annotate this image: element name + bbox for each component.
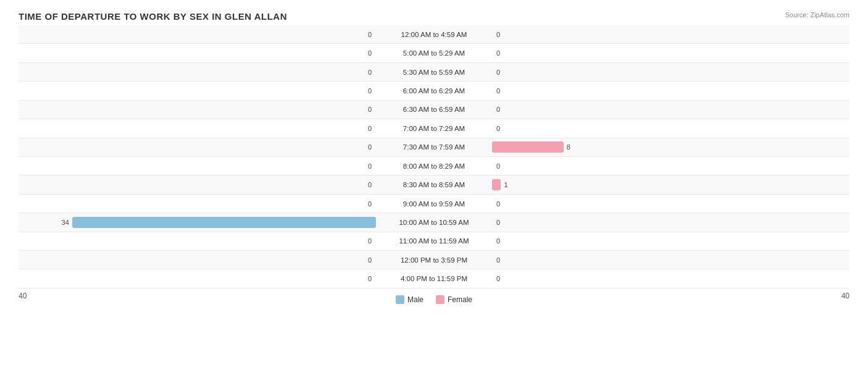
bar-wrapper: 0 7:00 AM to 7:29 AM 0 [19,119,849,137]
time-label: 6:30 AM to 6:59 AM [403,106,465,113]
left-side: 34 [19,213,378,231]
bar-male [375,85,376,96]
value-male: 34 [59,219,69,226]
axis-right-label: 40 [841,292,849,304]
bar-female [492,255,493,266]
value-female: 0 [496,200,506,208]
bar-female [492,48,493,59]
bar-male [375,48,376,59]
value-male: 0 [362,200,372,208]
time-label: 7:30 AM to 7:59 AM [403,143,465,151]
time-label: 12:00 PM to 3:59 PM [401,256,467,264]
bar-male [375,179,376,190]
left-side: 0 [19,251,378,269]
left-side: 0 [19,157,378,175]
value-female: 1 [504,181,514,188]
right-side: 0 [490,195,849,213]
chart-row: 0 12:00 AM to 4:59 AM 0 [19,25,849,44]
left-side: 0 [19,25,378,43]
right-side: 0 [490,269,849,287]
chart-area: 0 12:00 AM to 4:59 AM 0 0 5:00 AM to 5:2… [19,25,849,307]
value-female: 0 [496,31,506,38]
right-side: 8 [490,138,849,156]
chart-row: 0 6:00 AM to 6:29 AM 0 [19,82,849,100]
right-side: 0 [490,101,849,119]
bar-wrapper: 0 6:00 AM to 6:29 AM 0 [19,82,849,99]
bar-male [375,141,376,153]
legend-male: Male [396,295,424,304]
bar-male [375,255,376,266]
value-male: 0 [362,106,372,113]
value-female: 0 [496,49,506,57]
time-label: 8:30 AM to 8:59 AM [403,181,465,188]
left-side: 0 [19,269,378,287]
bar-wrapper: 0 8:30 AM to 8:59 AM 1 [19,175,849,193]
time-label: 6:00 AM to 6:29 AM [403,87,465,95]
bar-male [375,29,376,40]
bar-female [492,236,493,247]
bar-male [375,123,376,134]
time-label: 5:00 AM to 5:29 AM [403,49,465,57]
time-label: 10:00 AM to 10:59 AM [399,219,469,226]
time-label: 11:00 AM to 11:59 AM [399,237,469,245]
legend: Male Female [396,295,472,304]
value-female: 0 [496,275,506,282]
bar-female [492,217,493,228]
chart-title: TIME OF DEPARTURE TO WORK BY SEX IN GLEN… [19,11,849,22]
bar-female [492,29,493,40]
value-female: 0 [496,125,506,132]
time-label: 5:30 AM to 5:59 AM [403,69,465,76]
value-male: 0 [362,181,372,188]
right-side: 0 [490,119,849,137]
bar-wrapper: 0 4:00 PM to 11:59 PM 0 [19,269,849,287]
bar-wrapper: 0 5:00 AM to 5:29 AM 0 [19,44,849,62]
right-side: 0 [490,213,849,231]
chart-row: 0 9:00 AM to 9:59 AM 0 [19,195,849,213]
bar-male [375,104,376,116]
bar-wrapper: 0 9:00 AM to 9:59 AM 0 [19,195,849,213]
bar-male [375,67,376,78]
left-side: 0 [19,82,378,99]
chart-row: 0 11:00 AM to 11:59 AM 0 [19,232,849,251]
bar-wrapper: 0 5:30 AM to 5:59 AM 0 [19,63,849,81]
value-female: 0 [496,106,506,113]
left-side: 0 [19,44,378,62]
left-side: 0 [19,195,378,213]
bar-wrapper: 0 11:00 AM to 11:59 AM 0 [19,232,849,250]
chart-row: 0 4:00 PM to 11:59 PM 0 [19,269,849,288]
bar-male [375,161,376,172]
left-side: 0 [19,138,378,156]
time-label: 12:00 AM to 4:59 AM [401,31,467,38]
value-male: 0 [362,125,372,132]
value-male: 0 [362,87,372,95]
source-label: Source: ZipAtlas.com [785,11,849,19]
right-side: 0 [490,157,849,175]
bar-male [72,217,376,228]
value-female: 0 [496,69,506,76]
time-label: 8:00 AM to 8:29 AM [403,162,465,170]
chart-row: 0 5:30 AM to 5:59 AM 0 [19,63,849,82]
bar-wrapper: 0 6:30 AM to 6:59 AM 0 [19,101,849,119]
value-female: 0 [496,87,506,95]
bar-female [492,104,493,116]
value-female: 0 [496,256,506,264]
bar-female [492,273,493,284]
value-male: 0 [362,237,372,245]
time-label: 4:00 PM to 11:59 PM [401,275,467,282]
legend-male-label: Male [407,295,424,304]
value-male: 0 [362,69,372,76]
chart-row: 0 8:30 AM to 8:59 AM 1 [19,175,849,194]
legend-female-label: Female [448,295,472,304]
chart-row: 0 7:30 AM to 7:59 AM 8 [19,138,849,157]
left-side: 0 [19,101,378,119]
value-female: 8 [567,143,577,151]
value-male: 0 [362,31,372,38]
value-female: 0 [496,219,506,226]
bar-wrapper: 34 10:00 AM to 10:59 AM 0 [19,213,849,231]
bar-wrapper: 0 8:00 AM to 8:29 AM 0 [19,157,849,175]
bar-male [375,273,376,284]
rows-container: 0 12:00 AM to 4:59 AM 0 0 5:00 AM to 5:2… [19,25,849,289]
value-male: 0 [362,256,372,264]
bar-female [492,161,493,172]
value-female: 0 [496,162,506,170]
